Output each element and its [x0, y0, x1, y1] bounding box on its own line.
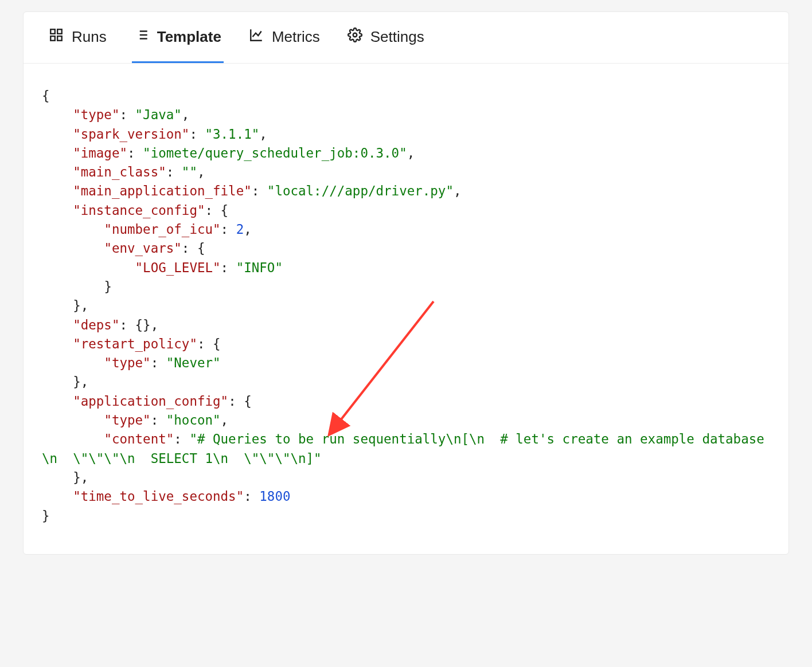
tab-settings[interactable]: Settings	[345, 12, 427, 63]
tab-label: Settings	[370, 28, 424, 46]
svg-rect-1	[57, 29, 62, 34]
grid-icon	[49, 28, 64, 46]
tab-runs[interactable]: Runs	[46, 12, 109, 63]
svg-point-10	[353, 33, 357, 37]
code-area: { "type": "Java", "spark_version": "3.1.…	[24, 64, 788, 554]
tab-metrics[interactable]: Metrics	[247, 12, 322, 63]
svg-rect-0	[50, 29, 55, 34]
tab-bar: Runs Template Metrics Settings	[24, 12, 788, 64]
gear-icon	[348, 28, 362, 46]
chart-icon	[249, 28, 264, 46]
list-icon	[134, 28, 149, 46]
svg-rect-2	[50, 36, 55, 41]
json-code-block[interactable]: { "type": "Java", "spark_version": "3.1.…	[42, 87, 770, 525]
tab-label: Metrics	[272, 28, 320, 46]
tab-label: Runs	[72, 28, 107, 46]
svg-rect-3	[57, 36, 62, 41]
config-card: Runs Template Metrics Settings { "type":…	[23, 11, 789, 555]
tab-template[interactable]: Template	[132, 12, 224, 63]
tab-label: Template	[157, 28, 221, 46]
